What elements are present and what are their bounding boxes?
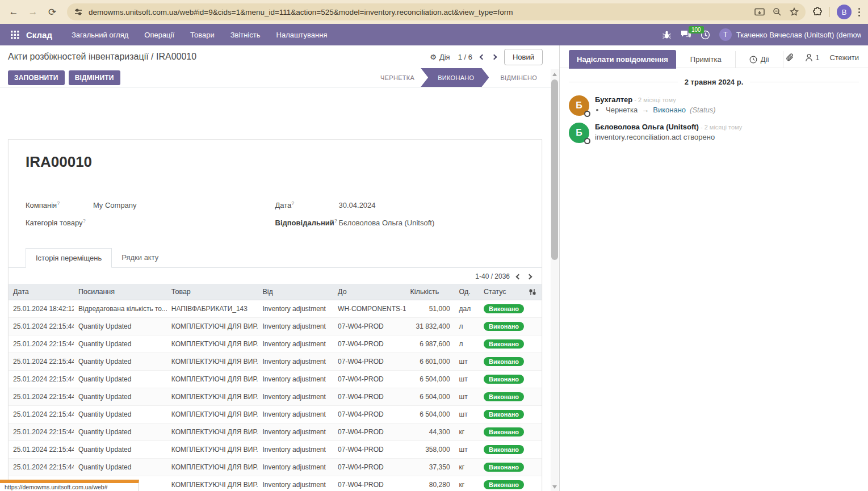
table-row[interactable]: 25.01.2024 22:15:44Quantity UpdatedКОМПЛ…: [9, 335, 542, 353]
pager-next-icon[interactable]: [491, 54, 497, 60]
column-header[interactable]: Кількість: [406, 284, 455, 300]
apps-grid-icon[interactable]: [7, 27, 23, 43]
product-cell: КОМПЛЕКТУЮЧІ ДЛЯ ВИР...: [167, 459, 258, 476]
site-settings-icon[interactable]: [74, 7, 83, 16]
table-row[interactable]: 25.01.2024 22:15:44Quantity UpdatedКОМПЛ…: [9, 459, 542, 476]
uom-cell: кг: [455, 459, 480, 476]
optional-columns-button[interactable]: [524, 284, 542, 300]
table-row[interactable]: 25.01.2024 22:15:44Quantity UpdatedКОМПЛ…: [9, 353, 542, 371]
toolbar-divider: [829, 7, 830, 17]
status-cell: Виконано: [479, 335, 524, 353]
activities-tab[interactable]: Дії: [736, 51, 783, 68]
address-bar[interactable]: demowms.unitsoft.com.ua/web#id=9&cids=1&…: [67, 3, 806, 20]
list-pager-next-icon[interactable]: [527, 274, 532, 279]
log-note-tab[interactable]: Примітка: [676, 51, 736, 68]
status-cell: Виконано: [479, 476, 524, 491]
new-record-button[interactable]: Новий: [504, 49, 543, 65]
nav-menu-item[interactable]: Операції: [137, 27, 181, 43]
status-badge: Виконано: [484, 480, 524, 489]
user-menu[interactable]: T Ткаченко Вячеслав (Unitsoft) (demow...: [719, 28, 861, 41]
nav-menu-item[interactable]: Налаштування: [270, 27, 334, 43]
stage-active[interactable]: ВИКОНАНО: [421, 68, 489, 87]
form-statusbar: ЗАПОВНИТИВІДМІНИТИ ЧЕРНЕТКАВИКОНАНОВІДМІ…: [0, 68, 551, 87]
url-text: demowms.unitsoft.com.ua/web#id=9&cids=1&…: [89, 8, 513, 16]
extensions-icon[interactable]: [812, 7, 823, 17]
list-pager: 1-40 / 2036: [475, 272, 510, 280]
date-cell: 25.01.2024 22:15:44: [9, 423, 74, 441]
bookmark-star-icon[interactable]: [790, 7, 799, 16]
uom-cell: шт: [455, 353, 480, 371]
column-header[interactable]: Од.: [455, 284, 480, 300]
date-field-value[interactable]: 30.04.2024: [339, 201, 376, 209]
status-badge: Виконано: [484, 322, 524, 331]
stage-inactive[interactable]: ЧЕРНЕТКА: [367, 68, 428, 87]
send-message-button[interactable]: Надіслати повідомлення: [569, 50, 676, 69]
vertical-scrollbar[interactable]: [551, 69, 559, 491]
company-field-label: Компанія?: [26, 200, 93, 209]
date-cell: 25.01.2024 22:15:44: [9, 406, 74, 423]
notebook-tab[interactable]: Рядки акту: [112, 248, 168, 268]
statusbar-action-button[interactable]: ВІДМІНИТИ: [69, 70, 120, 85]
table-row[interactable]: 25.01.2024 22:15:44Quantity UpdatedКОМПЛ…: [9, 406, 542, 423]
list-pager-previous-icon[interactable]: [516, 274, 522, 279]
debug-bug-icon[interactable]: [662, 30, 672, 40]
browser-forward-button[interactable]: →: [25, 4, 41, 20]
statusbar-action-button[interactable]: ЗАПОВНИТИ: [8, 70, 65, 85]
app-name[interactable]: Склад: [26, 30, 52, 40]
scrollbar-thumb[interactable]: [551, 79, 558, 260]
table-row[interactable]: 25.01.2024 22:15:44Quantity UpdatedКОМПЛ…: [9, 318, 542, 335]
nav-menu-item[interactable]: Звітність: [224, 27, 267, 43]
nav-menu-item[interactable]: Товари: [183, 27, 221, 43]
column-header[interactable]: Посилання: [74, 284, 167, 300]
to-location-cell: 07-W04-PROD: [333, 353, 405, 371]
table-row[interactable]: 25.01.2024 22:15:44Quantity UpdatedКОМПЛ…: [9, 423, 542, 441]
status-badge: Виконано: [484, 357, 524, 366]
zoom-out-icon[interactable]: [773, 7, 782, 16]
bullet-icon: [596, 109, 598, 111]
uom-cell: шт: [455, 441, 480, 459]
from-location-cell: Inventory adjustment: [258, 371, 333, 388]
status-badge: Виконано: [484, 410, 524, 419]
column-header[interactable]: Дата: [9, 284, 74, 300]
responsible-field-value[interactable]: Бєловолова Ольга (Unitsoft): [339, 219, 435, 227]
scroll-down-icon[interactable]: [552, 485, 557, 489]
stage-inactive[interactable]: ВІДМІНЕНО: [487, 68, 551, 87]
date-cell: 25.01.2024 18:42:12: [9, 300, 74, 318]
notebook-tab[interactable]: Історія переміщень: [26, 248, 112, 268]
company-field-value[interactable]: My Company: [93, 201, 137, 209]
uom-cell: кг: [455, 423, 480, 441]
status-badge: Виконано: [484, 375, 524, 384]
browser-menu-icon[interactable]: [858, 8, 860, 16]
status-cell: Виконано: [479, 441, 524, 459]
table-row[interactable]: 25.01.2024 22:15:44Quantity UpdatedКОМПЛ…: [9, 388, 542, 406]
row-gear-cell: [524, 476, 542, 491]
table-row[interactable]: 25.01.2024 22:15:44Quantity UpdatedКОМПЛ…: [9, 371, 542, 388]
cast-icon[interactable]: [754, 8, 765, 16]
to-location-cell: 07-W04-PROD: [333, 476, 405, 491]
product-cell: КОМПЛЕКТУЮЧІ ДЛЯ ВИР...: [167, 423, 258, 441]
follow-button[interactable]: Стежити: [830, 53, 859, 62]
chatter-message: ББєловолова Ольга (Unitsoft) - 2 місяці …: [560, 119, 868, 146]
browser-back-button[interactable]: ←: [6, 4, 22, 20]
scroll-up-icon[interactable]: [552, 73, 557, 76]
table-row[interactable]: 25.01.2024 18:42:12Відредагована кількіс…: [9, 300, 542, 318]
to-location-cell: 07-W04-PROD: [333, 423, 405, 441]
followers-button[interactable]: 1: [805, 53, 819, 62]
table-row[interactable]: 25.01.2024 22:15:44Quantity UpdatedКОМПЛ…: [9, 441, 542, 459]
tracking-change: Чернетка→Виконано(Status): [595, 106, 859, 114]
browser-refresh-button[interactable]: ⟳: [44, 4, 60, 20]
attachment-paperclip-icon[interactable]: [786, 53, 795, 62]
to-location-cell: 07-W04-PROD: [333, 441, 405, 459]
pager-previous-icon[interactable]: [479, 54, 485, 60]
action-menu-button[interactable]: ⚙ Дія: [430, 53, 450, 61]
column-header[interactable]: Від: [258, 284, 333, 300]
column-header[interactable]: Товар: [167, 284, 258, 300]
column-header[interactable]: До: [333, 284, 405, 300]
breadcrumb[interactable]: Акти розбіжностей інвентаризації / IRA00…: [8, 52, 196, 62]
clock-icon: [749, 56, 757, 64]
column-header[interactable]: Статус: [479, 284, 524, 300]
status-cell: Виконано: [479, 353, 524, 371]
browser-profile-avatar[interactable]: B: [837, 5, 852, 19]
nav-menu-item[interactable]: Загальний огляд: [65, 27, 135, 43]
row-gear-cell: [524, 318, 542, 335]
